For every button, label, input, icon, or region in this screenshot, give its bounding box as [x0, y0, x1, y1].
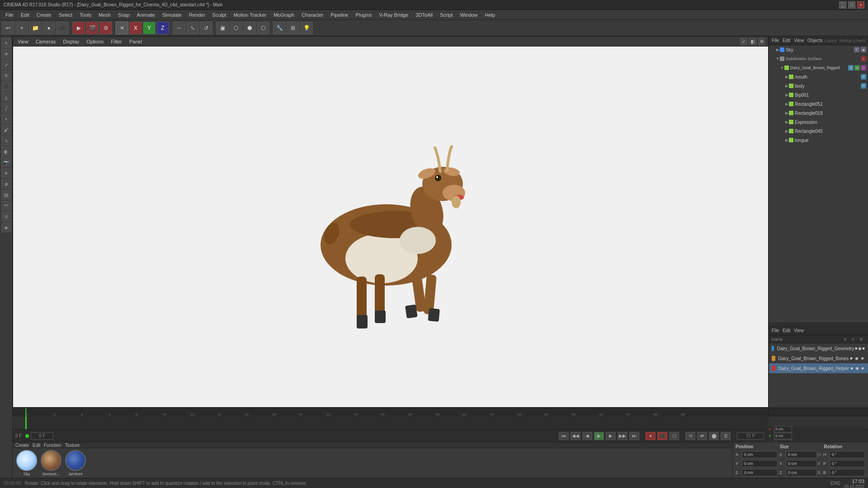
- menu-simulate[interactable]: Simulate: [159, 11, 185, 19]
- obj-edit-menu[interactable]: Edit: [783, 38, 790, 43]
- mat-create-menu[interactable]: Create: [15, 443, 29, 448]
- viewport-options-menu[interactable]: Options: [85, 38, 105, 45]
- transform-y-button[interactable]: Y: [143, 22, 156, 34]
- menu-mesh[interactable]: Mesh: [95, 11, 114, 19]
- goat-expand[interactable]: ▼: [780, 66, 784, 70]
- viewport-maximize-icon[interactable]: ⤢: [740, 38, 747, 45]
- y-pos-field[interactable]: 0 cm: [742, 460, 778, 467]
- transform-none-button[interactable]: ✕: [116, 22, 128, 34]
- select-tool-icon[interactable]: ↖: [1, 38, 11, 48]
- polygon-button[interactable]: ⬡: [230, 22, 242, 34]
- obj-objects-menu[interactable]: Objects: [807, 38, 823, 43]
- sky-expand[interactable]: ▶: [775, 47, 780, 52]
- menu-create[interactable]: Create: [33, 11, 55, 19]
- obj-view-menu[interactable]: View: [794, 38, 804, 43]
- prev-frame-button[interactable]: ◀: [582, 432, 592, 440]
- auto-key-button[interactable]: ⚫: [657, 432, 667, 440]
- move-button[interactable]: ↔: [173, 22, 185, 34]
- viewport-cameras-menu[interactable]: Cameras: [34, 38, 58, 45]
- paint-tool-icon[interactable]: 🖌: [1, 125, 11, 135]
- menu-animate[interactable]: Animate: [133, 11, 159, 19]
- rect018-expand[interactable]: ▶: [784, 111, 789, 115]
- mat-edit-menu[interactable]: Edit: [33, 443, 40, 448]
- rot-p-field[interactable]: 0 °: [830, 460, 865, 467]
- menu-snap[interactable]: Snap: [114, 11, 133, 19]
- obj-row-rect051[interactable]: ▶ Rectangle051: [769, 99, 868, 108]
- pos-x-input[interactable]: 0 cm: [774, 426, 792, 432]
- menu-tools[interactable]: Tools: [76, 11, 95, 19]
- mouth-expand[interactable]: ▶: [784, 75, 789, 79]
- menu-window[interactable]: Window: [456, 11, 481, 19]
- bip-expand[interactable]: ▶: [784, 93, 789, 97]
- size-z-field[interactable]: 0 cm: [786, 469, 817, 476]
- menu-render[interactable]: Render: [185, 11, 209, 19]
- play-button[interactable]: ▶: [594, 432, 604, 440]
- menu-pipeline[interactable]: Pipeline: [327, 11, 352, 19]
- frame-input[interactable]: 0 F: [31, 432, 53, 440]
- obj-row-sky[interactable]: ▶ Sky T ■: [769, 45, 868, 54]
- menu-vray[interactable]: V-Ray Bridge: [376, 11, 412, 19]
- viewport[interactable]: View Cameras Display Options Filter Pane…: [13, 36, 769, 408]
- rot-b-field[interactable]: 0 °: [830, 469, 865, 476]
- edge-button[interactable]: ⬡: [257, 22, 269, 34]
- obj-file-menu[interactable]: File: [772, 38, 779, 43]
- maximize-button[interactable]: □: [848, 1, 855, 9]
- menu-script[interactable]: Script: [436, 11, 456, 19]
- modifier-icon[interactable]: ⊕: [1, 179, 11, 189]
- light-tool-icon[interactable]: ☀: [1, 168, 11, 178]
- body-expand[interactable]: ▶: [784, 84, 789, 88]
- layer-row-bones[interactable]: Dairy_Goat_Brown_Rigged_Bones ■ ◉ ■: [769, 353, 868, 363]
- loop-button[interactable]: ⟲: [685, 432, 695, 440]
- obj-row-goat[interactable]: ▼ Dairy_Goat_Brown_Rigged ⚙ W C: [769, 63, 868, 72]
- undo-button[interactable]: ↩: [2, 22, 14, 34]
- transform-x-button[interactable]: X: [129, 22, 142, 34]
- layer-edit-menu[interactable]: Edit: [783, 328, 790, 333]
- obj-row-rect045[interactable]: ▶ Rectangle045: [769, 127, 868, 136]
- layer-file-menu[interactable]: File: [772, 328, 779, 333]
- next-key-button[interactable]: ▶▶: [618, 432, 627, 440]
- rect045-expand[interactable]: ▶: [784, 129, 789, 133]
- panel-splitter[interactable]: [769, 323, 868, 326]
- light-button[interactable]: 💡: [300, 22, 313, 34]
- layer-view-menu[interactable]: View: [794, 328, 804, 333]
- key-button[interactable]: ⬡: [669, 432, 679, 440]
- menu-file[interactable]: File: [2, 11, 17, 19]
- menu-motion-tracker[interactable]: Motion Tracker: [230, 11, 270, 19]
- pos-y-input[interactable]: 0 cm: [774, 433, 792, 439]
- obj-row-mouth[interactable]: ▶ mouth ⚙: [769, 72, 868, 81]
- layer-row-helper[interactable]: Dairy_Goat_Brown_Rigged_Helper ■ ◉ ■: [769, 363, 868, 373]
- new-button[interactable]: +: [15, 22, 28, 34]
- render-view-button[interactable]: ●: [42, 22, 55, 34]
- point-tool-icon[interactable]: •: [1, 114, 11, 124]
- grid-button[interactable]: ⊞: [287, 22, 299, 34]
- menu-character[interactable]: Character: [298, 11, 327, 19]
- viewport-filter-menu[interactable]: Filter: [109, 38, 123, 45]
- sculpt-tool-icon[interactable]: ◐: [1, 146, 11, 156]
- render-queue-button[interactable]: ⚙: [99, 22, 112, 34]
- menu-select[interactable]: Select: [55, 11, 76, 19]
- viewport-view-menu[interactable]: View: [16, 38, 30, 45]
- go-start-button[interactable]: ⏮: [559, 432, 569, 440]
- render-region-button[interactable]: ▶: [72, 22, 85, 34]
- move-tool-icon[interactable]: ✛: [1, 49, 11, 59]
- tongue-expand[interactable]: ▶: [784, 138, 789, 142]
- transform-z-button[interactable]: Z: [156, 22, 169, 34]
- render-button[interactable]: ⬛: [56, 22, 69, 34]
- window-controls[interactable]: _ □ ×: [839, 1, 864, 9]
- size-y-field[interactable]: 0 cm: [786, 460, 817, 467]
- polygon-tool-icon[interactable]: △: [1, 92, 11, 102]
- generator-icon[interactable]: ⊙: [1, 211, 11, 221]
- obj-row-expression[interactable]: ▶ Expression: [769, 117, 868, 127]
- obj-row-rect018[interactable]: ▶ Rectangle018: [769, 108, 868, 117]
- spline-tool-icon[interactable]: ∿: [1, 136, 11, 145]
- rotate-button[interactable]: ↺: [200, 22, 212, 34]
- scale-button[interactable]: ⤡: [186, 22, 199, 34]
- obj-row-tongue[interactable]: ▶ tongue: [769, 136, 868, 145]
- deformer-icon[interactable]: 〜: [1, 201, 11, 211]
- viewport-display-menu[interactable]: Display: [61, 38, 81, 45]
- timeline-options-button[interactable]: ☰: [721, 432, 731, 440]
- mat-texture-menu[interactable]: Texture: [65, 443, 80, 448]
- menu-help[interactable]: Help: [481, 11, 499, 19]
- layer-icon[interactable]: ▤: [1, 190, 11, 200]
- record-button[interactable]: ●: [646, 432, 656, 440]
